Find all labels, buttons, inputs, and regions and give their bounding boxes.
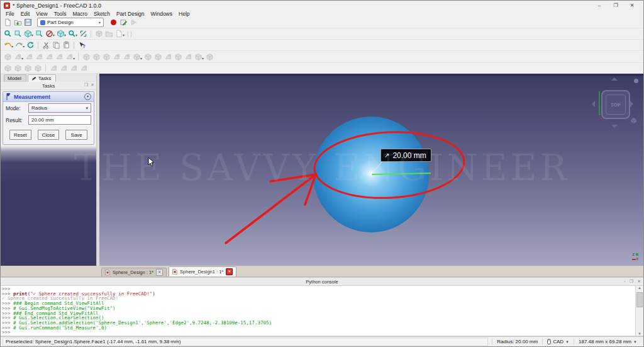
view-dimensions[interactable]: 187.48 mm x 69.28 mm ▼ bbox=[574, 338, 641, 345]
macro-edit-icon[interactable] bbox=[118, 18, 128, 27]
clone-icon bbox=[64, 52, 74, 62]
cut-icon[interactable] bbox=[41, 40, 51, 50]
scroll-down-icon[interactable]: ▼ bbox=[638, 332, 641, 336]
task-panel-background bbox=[1, 146, 96, 266]
close-measure-button[interactable]: Close bbox=[38, 130, 60, 140]
dropdown-arrow-icon[interactable]: ▾ bbox=[11, 44, 13, 48]
nav-rotate-down-icon[interactable] bbox=[611, 125, 618, 128]
open-file-icon[interactable] bbox=[13, 18, 23, 27]
menu-part-design[interactable]: Part Design bbox=[113, 11, 147, 17]
mirrored-icon bbox=[48, 64, 58, 73]
console-line: >>> bbox=[2, 330, 635, 335]
minimize-button[interactable]: – bbox=[591, 1, 608, 10]
toolbar-separator bbox=[45, 64, 46, 72]
dropdown-arrow-icon[interactable]: ▾ bbox=[64, 33, 66, 37]
menu-macro[interactable]: Macro bbox=[69, 11, 91, 17]
red-arrow-shaft bbox=[226, 174, 316, 243]
toolbar-edit: ▾▾? bbox=[1, 40, 643, 51]
menu-view[interactable]: View bbox=[33, 11, 50, 17]
console-lines: >>> >>> print("✓ Sphere created successf… bbox=[2, 287, 635, 336]
menu-edit[interactable]: Edit bbox=[18, 11, 33, 17]
new-file-icon[interactable] bbox=[3, 18, 13, 27]
dock-close-icon[interactable]: ✕ bbox=[91, 82, 94, 88]
fit-all-icon[interactable] bbox=[3, 29, 13, 38]
menu-help[interactable]: Help bbox=[175, 11, 192, 17]
document-icon bbox=[105, 270, 110, 276]
left-dock-panel: Model Tasks Tasks ❐ ✕ Measurement ▾ bbox=[1, 74, 96, 266]
nav-rotate-right-icon[interactable] bbox=[630, 101, 633, 107]
result-value: 20.00 mm bbox=[31, 117, 54, 123]
dropdown-arrow-icon[interactable]: ▾ bbox=[23, 44, 25, 48]
menu-file[interactable]: File bbox=[3, 11, 18, 17]
maximize-button[interactable]: ❐ bbox=[608, 1, 624, 10]
scroll-up-icon[interactable]: ▲ bbox=[638, 286, 641, 290]
chamfer-icon bbox=[13, 64, 23, 73]
save-button[interactable]: Save bbox=[65, 130, 87, 140]
workbench-selector[interactable]: Part Design▾ bbox=[37, 18, 104, 27]
document-icon bbox=[172, 269, 177, 275]
copy-icon[interactable] bbox=[51, 40, 61, 50]
workbench-label: Part Design bbox=[47, 20, 74, 25]
tab-tasks[interactable]: Tasks bbox=[28, 74, 56, 82]
dropdown-arrow-icon[interactable]: ▾ bbox=[53, 33, 55, 37]
draft-icon bbox=[23, 64, 33, 73]
axis-z-dot bbox=[636, 253, 638, 256]
nav-minicube-icon[interactable] bbox=[630, 117, 637, 124]
nav-style-text: CAD bbox=[553, 339, 564, 344]
nav-style-selector[interactable]: CAD ▼ bbox=[542, 338, 574, 345]
nav-rotate-up-icon[interactable] bbox=[611, 77, 618, 81]
document-tab-label: Sphere_Design1 : 1* bbox=[180, 269, 223, 275]
fit-selection-icon[interactable] bbox=[13, 29, 23, 38]
document-tab[interactable]: Sphere_Design1 : 1*✕ bbox=[169, 266, 236, 276]
close-button[interactable]: ✕ bbox=[624, 1, 640, 10]
tab-close-icon[interactable]: ✕ bbox=[226, 268, 233, 275]
caliper-icon bbox=[6, 93, 11, 100]
console-dock-icon[interactable]: ▫ bbox=[624, 279, 625, 284]
preselected-status: Preselected: Sphere_Design1.Sphere.Face1… bbox=[3, 338, 488, 346]
nav-rotate-left-icon[interactable] bbox=[592, 101, 595, 107]
nav-dot-icon[interactable] bbox=[634, 79, 638, 83]
dock-float-icon[interactable]: ❐ bbox=[84, 82, 88, 88]
view-dimensions-text: 187.48 mm x 69.28 mm bbox=[579, 339, 631, 344]
console-scrollbar[interactable]: ▲ ▼ bbox=[635, 286, 643, 336]
dropdown-arrow-icon[interactable]: ▾ bbox=[31, 33, 33, 37]
console-close-icon[interactable]: ✕ bbox=[637, 279, 641, 284]
menu-windows[interactable]: Windows bbox=[148, 11, 175, 17]
radius-status-text: Radius: 20.00 mm bbox=[497, 339, 538, 344]
scroll-thumb[interactable] bbox=[636, 292, 643, 307]
python-console-title: Python console bbox=[306, 279, 338, 285]
reset-button[interactable]: Reset bbox=[9, 130, 31, 140]
create-sketch-icon bbox=[13, 52, 23, 62]
menu-tools[interactable]: Tools bbox=[51, 11, 70, 17]
groove-icon bbox=[163, 52, 173, 62]
nav-cube-label: TOP bbox=[611, 102, 621, 108]
python-console[interactable]: >>> >>> print("✓ Sphere created successf… bbox=[1, 286, 643, 336]
measure-icon[interactable] bbox=[78, 29, 88, 38]
menu-sketch[interactable]: Sketch bbox=[91, 11, 113, 17]
group-icon bbox=[104, 29, 114, 38]
mode-select[interactable]: Radius ▾ bbox=[28, 103, 91, 113]
document-tab[interactable]: Sphere_Design : 1*✕ bbox=[101, 268, 167, 276]
paste-icon[interactable] bbox=[61, 40, 71, 50]
refresh-icon[interactable] bbox=[25, 40, 35, 50]
freecad-logo-icon bbox=[4, 3, 10, 9]
tab-model[interactable]: Model bbox=[4, 74, 26, 82]
result-input[interactable]: 20.00 mm bbox=[28, 115, 91, 125]
3d-viewport[interactable]: ↗ 20.00 mm TOP z x bbox=[99, 74, 643, 266]
whats-this-icon[interactable]: ? bbox=[77, 40, 87, 50]
dropdown-arrow-icon[interactable]: ▾ bbox=[75, 33, 77, 37]
nav-cube-top-face[interactable]: TOP bbox=[601, 90, 630, 119]
navigation-cube[interactable]: TOP bbox=[592, 77, 638, 130]
macro-record-icon[interactable] bbox=[108, 18, 118, 27]
radius-status: Radius: 20.00 mm bbox=[492, 338, 542, 345]
tab-close-icon[interactable]: ✕ bbox=[156, 269, 163, 276]
save-file-icon[interactable] bbox=[23, 18, 33, 27]
collapse-icon[interactable]: ▾ bbox=[84, 93, 91, 100]
toolbar-separator bbox=[38, 42, 38, 49]
sync-view-icon[interactable] bbox=[34, 29, 44, 38]
python-console-header[interactable]: Python console ▫ ❐ ✕ bbox=[1, 277, 643, 286]
sphere-model[interactable] bbox=[313, 117, 429, 232]
document-tab-label: Sphere_Design : 1* bbox=[113, 270, 153, 275]
measurement-value-label[interactable]: ↗ 20.00 mm bbox=[380, 149, 431, 162]
console-float-icon[interactable]: ❐ bbox=[630, 279, 633, 284]
